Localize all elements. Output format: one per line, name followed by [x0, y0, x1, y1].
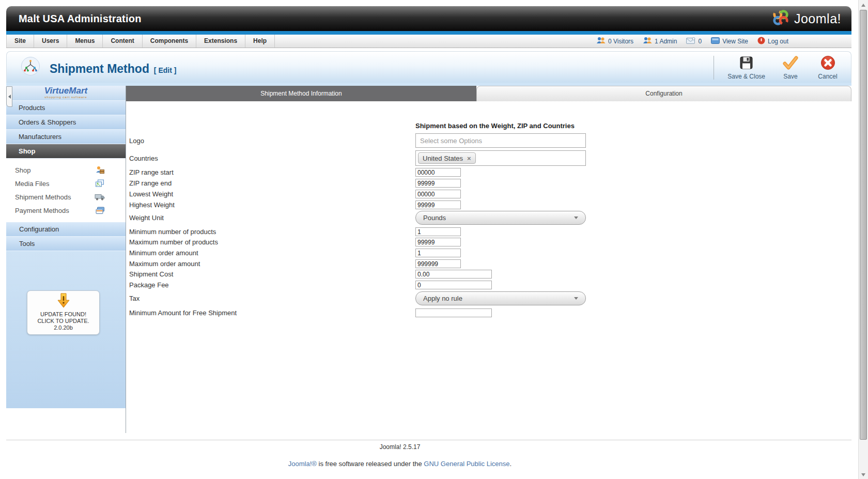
visitors-status[interactable]: 0 Visitors	[596, 37, 633, 45]
footer: Joomla! 2.5.17 Joomla!® is free software…	[6, 440, 851, 468]
virtuemart-logo-text: VirtueMart	[6, 86, 126, 96]
shop-icon	[95, 166, 105, 174]
weight-unit-label: Weight Unit	[126, 214, 415, 222]
collapse-icon	[8, 95, 11, 99]
sidebar: VirtueMart shopping cart software Produc…	[6, 86, 126, 433]
messages-status[interactable]: 0	[686, 37, 702, 45]
submenu-label: Payment Methods	[15, 207, 96, 214]
toolbar-divider	[714, 56, 714, 80]
app-title: Malt USA Administration	[19, 13, 142, 25]
highest-weight-label: Highest Weight	[126, 201, 415, 209]
vertical-scrollbar[interactable]	[858, 0, 868, 479]
highest-weight-input[interactable]	[415, 200, 461, 209]
shipment-cost-label: Shipment Cost	[126, 270, 415, 278]
scrollbar-thumb[interactable]	[860, 10, 867, 440]
submenu-item-payment-methods[interactable]: Payment Methods	[6, 204, 126, 217]
min-free-shipment-input[interactable]	[415, 308, 492, 317]
package-fee-input[interactable]	[415, 281, 492, 289]
select-arrow-icon	[574, 217, 578, 219]
remove-tag-icon[interactable]: ×	[467, 155, 471, 162]
tab-shipment-method-information[interactable]: Shipment Method Information	[126, 86, 476, 101]
sidebar-item-manufacturers[interactable]: Manufacturers	[6, 130, 126, 144]
admin-label: 1 Admin	[655, 38, 677, 45]
save-label: Save	[783, 73, 797, 80]
scroll-up-arrow-icon[interactable]	[861, 4, 865, 7]
menu-menus[interactable]: Menus	[67, 35, 103, 48]
zip-range-start-input[interactable]	[415, 168, 461, 177]
zip-range-end-input[interactable]	[415, 179, 461, 188]
menu-help[interactable]: Help	[245, 35, 275, 48]
tax-select[interactable]: Apply no rule	[415, 291, 586, 305]
messages-icon	[686, 37, 695, 45]
page-title: Shipment Method [ Edit ]	[50, 58, 176, 77]
menu-components[interactable]: Components	[143, 35, 196, 48]
sidebar-item-products[interactable]: Products	[6, 101, 126, 115]
visitors-icon	[596, 37, 606, 45]
main-menu: Site Users Menus Content Components Exte…	[6, 35, 275, 48]
submenu-item-media-files[interactable]: Media Files	[6, 177, 126, 190]
cancel-button[interactable]: Cancel	[816, 55, 840, 80]
menu-content[interactable]: Content	[103, 35, 142, 48]
logout-icon	[757, 37, 765, 46]
scroll-down-arrow-icon[interactable]	[861, 473, 865, 476]
cancel-label: Cancel	[818, 73, 837, 80]
joomla-logo: Joomla!	[772, 9, 841, 28]
menu-site[interactable]: Site	[6, 35, 34, 48]
admin-status[interactable]: 1 Admin	[643, 37, 677, 45]
max-products-input[interactable]	[415, 238, 461, 246]
sidebar-item-configuration[interactable]: Configuration	[6, 222, 126, 237]
update-notice[interactable]: UPDATE FOUND! CLICK TO UPDATE. 2.0.20b	[27, 290, 100, 335]
view-site-link[interactable]: View Site	[711, 37, 748, 45]
page-title-text: Shipment Method	[50, 62, 149, 75]
weight-unit-select[interactable]: Pounds	[415, 211, 586, 225]
package-fee-label: Package Fee	[126, 281, 415, 289]
joomla-logo-icon	[772, 9, 789, 28]
min-order-amount-input[interactable]	[415, 249, 461, 257]
sidebar-collapse-handle[interactable]	[6, 86, 12, 107]
license-period: .	[510, 460, 512, 468]
joomla-link[interactable]: Joomla!®	[288, 460, 317, 468]
menu-users[interactable]: Users	[34, 35, 67, 48]
tax-label: Tax	[126, 295, 415, 302]
logout-label: Log out	[768, 38, 788, 45]
page-icon	[21, 56, 40, 78]
sidebar-item-shop[interactable]: Shop	[6, 144, 126, 159]
submenu-label: Shop	[15, 166, 95, 174]
payment-methods-icon	[96, 207, 105, 214]
logo-label: Logo	[126, 137, 415, 145]
countries-tagbox[interactable]: United States ×	[415, 150, 586, 166]
min-products-input[interactable]	[415, 227, 461, 236]
messages-count: 0	[698, 38, 702, 45]
max-order-amount-input[interactable]	[415, 259, 461, 268]
sidebar-item-tools[interactable]: Tools	[6, 237, 126, 251]
logo-options-input[interactable]	[415, 133, 586, 148]
save-button[interactable]: Save	[779, 55, 802, 80]
update-line-1: UPDATE FOUND!	[27, 311, 99, 318]
tab-bar: Shipment Method Information Configuratio…	[126, 86, 851, 101]
license-text: is free software released under the	[317, 460, 424, 468]
status-bar: 0 Visitors 1 Admin 0 View Site	[596, 35, 851, 48]
save-close-button[interactable]: Save & Close	[727, 55, 765, 80]
joomla-version: Joomla! 2.5.17	[6, 443, 794, 451]
cancel-icon	[820, 55, 835, 72]
virtuemart-logo-tagline: shopping cart software	[6, 96, 126, 99]
min-products-label: Minimum number of products	[126, 228, 415, 236]
country-tag[interactable]: United States ×	[418, 152, 476, 164]
lowest-weight-label: Lowest Weight	[126, 190, 415, 198]
shipment-cost-input[interactable]	[415, 270, 492, 279]
zip-range-end-label: ZIP range end	[126, 179, 415, 187]
license-line: Joomla!® is free software released under…	[6, 460, 794, 468]
submenu-item-shipment-methods[interactable]: Shipment Methods	[6, 190, 126, 204]
view-site-label: View Site	[722, 38, 748, 45]
sidebar-item-orders-shoppers[interactable]: Orders & Shoppers	[6, 115, 126, 130]
tax-value: Apply no rule	[423, 295, 462, 302]
tab-configuration[interactable]: Configuration	[476, 86, 851, 101]
form-section-title: Shipment based on the Weight, ZIP and Co…	[415, 122, 851, 130]
admin-icon	[643, 37, 652, 45]
lowest-weight-input[interactable]	[415, 190, 461, 198]
logout-link[interactable]: Log out	[757, 37, 788, 46]
admin-menubar: Site Users Menus Content Components Exte…	[6, 35, 851, 48]
gpl-link[interactable]: GNU General Public License	[424, 460, 509, 468]
submenu-item-shop[interactable]: Shop	[6, 163, 126, 177]
menu-extensions[interactable]: Extensions	[196, 35, 245, 48]
